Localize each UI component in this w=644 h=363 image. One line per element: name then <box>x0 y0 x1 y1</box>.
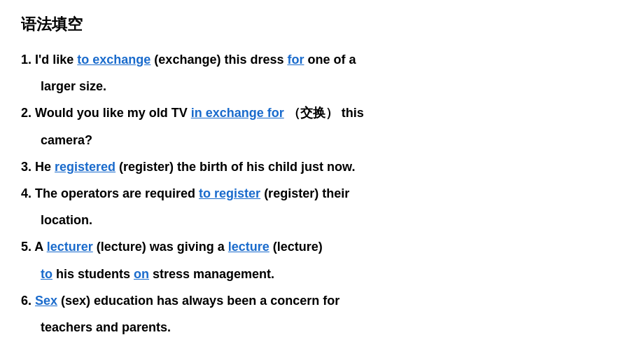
ex5-text2: (lecture) <box>270 240 323 254</box>
ex3-num: 3. He <box>21 160 55 174</box>
ex5-text4: stress management. <box>149 267 274 281</box>
ex3-answer1: registered <box>55 160 115 174</box>
page-title: 语法填空 <box>21 14 623 35</box>
exercise-content: 1. I'd like to exchange (exchange) this … <box>21 48 623 339</box>
ex4-answer1: to register <box>199 186 260 200</box>
exercise-5-line2: to his students on stress management. <box>21 262 623 286</box>
ex5-answer1: lecturer <box>47 240 93 254</box>
ex4-text1: (register) their <box>260 186 349 200</box>
ex1-num: 1. I'd like <box>21 53 77 67</box>
ex1-text2: one of a <box>304 53 356 67</box>
exercise-6-line1: 6. Sex (sex) education has always been a… <box>21 289 623 313</box>
exercise-2-line2: camera? <box>21 128 623 152</box>
ex1-answer2: for <box>287 53 304 67</box>
exercise-1-line1: 1. I'd like to exchange (exchange) this … <box>21 48 623 71</box>
exercise-5-line1: 5. A lecturer (lecture) was giving a lec… <box>21 235 623 259</box>
exercise-4-line1: 4. The operators are required to registe… <box>21 182 623 205</box>
ex5-answer4: on <box>134 267 149 281</box>
ex5-answer3: to <box>41 267 52 281</box>
ex2-answer1: in exchange for <box>191 106 284 120</box>
ex1-answer1: to exchange <box>77 53 150 67</box>
exercise-1-line2: larger size. <box>21 74 623 98</box>
ex6-answer1: Sex <box>35 294 57 308</box>
exercise-4-line2: location. <box>21 208 623 232</box>
ex2-text1: （交换） this <box>284 106 364 120</box>
ex6-text1: (sex) education has always been a concer… <box>57 294 340 308</box>
ex3-text1: (register) the birth of his child just n… <box>115 160 355 174</box>
exercise-3-line1: 3. He registered (register) the birth of… <box>21 155 623 179</box>
ex4-num: 4. The operators are required <box>21 186 199 200</box>
exercise-6-line2: teachers and parents. <box>21 315 623 339</box>
ex5-num: 5. A <box>21 240 47 254</box>
ex2-num: 2. Would you like my old TV <box>21 106 191 120</box>
ex6-num: 6. <box>21 294 35 308</box>
ex5-answer2: lecture <box>228 240 270 254</box>
ex1-text1: (exchange) this dress <box>150 53 287 67</box>
ex5-text3: his students <box>52 267 134 281</box>
exercise-2-line1: 2. Would you like my old TV in exchange … <box>21 101 623 125</box>
ex5-text1: (lecture) was giving a <box>93 240 228 254</box>
